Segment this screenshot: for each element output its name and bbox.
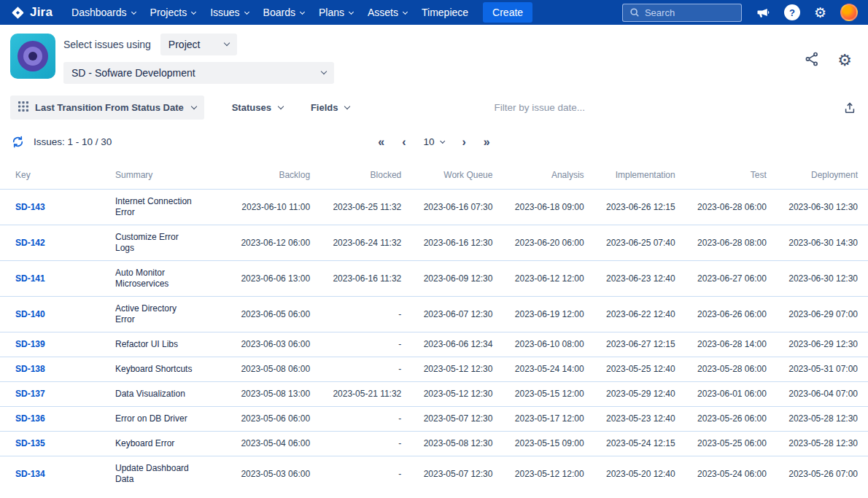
app-icon <box>10 34 55 79</box>
transition-date-cell: 2023-06-27 12:15 <box>584 332 675 357</box>
gear-icon[interactable]: ⚙ <box>814 6 826 20</box>
column-header-deployment[interactable]: Deployment <box>767 170 858 180</box>
nav-item-timepiece[interactable]: Timepiece <box>414 1 476 23</box>
issue-key-link[interactable]: SD-143 <box>15 202 45 212</box>
search-input[interactable] <box>645 7 732 18</box>
column-header-backlog[interactable]: Backlog <box>219 170 310 180</box>
project-select[interactable]: SD - Sofware Development <box>63 62 334 84</box>
refresh-icon[interactable] <box>12 136 24 148</box>
transition-date-cell: 2023-06-01 06:00 <box>675 382 767 406</box>
avatar[interactable] <box>840 4 858 21</box>
transition-date-cell: 2023-06-28 14:00 <box>675 332 767 357</box>
fields-dropdown[interactable]: Fields <box>311 102 350 113</box>
transition-date-cell: 2023-05-07 12:30 <box>401 462 492 486</box>
transition-date-cell: 2023-06-10 11:00 <box>219 195 310 219</box>
nav-item-boards[interactable]: Boards <box>256 1 311 23</box>
chevron-down-icon <box>403 9 408 14</box>
help-icon[interactable]: ? <box>784 4 800 20</box>
issue-key-link[interactable]: SD-136 <box>15 413 45 424</box>
table-row: SD-141Auto Monitor Microservices2023-06-… <box>0 260 868 296</box>
table-row: SD-143Internet Connection Error2023-06-1… <box>0 189 868 225</box>
column-header-test[interactable]: Test <box>675 170 767 180</box>
statuses-dropdown[interactable]: Statuses <box>232 102 283 113</box>
issue-key-link[interactable]: SD-139 <box>15 339 45 349</box>
last-page-button[interactable]: » <box>484 136 490 148</box>
nav-item-plans[interactable]: Plans <box>311 1 360 23</box>
settings-gear-icon[interactable]: ⚙ <box>837 52 852 69</box>
transition-date-cell: 2023-05-20 12:40 <box>584 462 675 486</box>
transition-date-cell: - <box>310 303 401 327</box>
transition-date-cell: 2023-06-10 08:00 <box>492 332 584 357</box>
transition-date-cell: 2023-06-25 07:40 <box>584 231 675 255</box>
column-header-summary[interactable]: Summary <box>115 170 219 180</box>
transition-date-cell: 2023-06-03 06:00 <box>219 332 310 357</box>
column-header-blocked[interactable]: Blocked <box>310 170 401 180</box>
nav-item-label: Projects <box>150 7 187 18</box>
nav-item-label: Dashboards <box>71 7 127 18</box>
transition-date-cell: 2023-06-20 06:00 <box>492 231 584 255</box>
transition-date-cell: 2023-05-12 12:00 <box>492 462 584 486</box>
issue-summary: Error on DB Driver <box>115 407 193 431</box>
announcement-icon[interactable] <box>756 5 770 20</box>
issue-key-link[interactable]: SD-140 <box>15 309 45 319</box>
table-row: SD-139Refactor UI Libs2023-06-03 06:00-2… <box>0 332 868 357</box>
column-header-analysis[interactable]: Analysis <box>492 170 584 180</box>
camera-icon <box>18 41 48 71</box>
select-issues-label: Select issues using <box>63 39 151 50</box>
issue-date-filter-input[interactable] <box>494 102 611 113</box>
nav-item-assets[interactable]: Assets <box>360 1 414 23</box>
transition-date-cell: 2023-05-21 11:32 <box>310 382 401 406</box>
next-page-button[interactable]: › <box>462 136 466 148</box>
transition-date-cell: 2023-06-30 12:30 <box>767 267 858 291</box>
transition-date-cell: 2023-05-28 12:30 <box>767 407 858 431</box>
transition-date-cell: 2023-06-28 08:00 <box>675 231 767 255</box>
transition-date-cell: - <box>310 332 401 357</box>
column-header-key[interactable]: Key <box>15 170 115 180</box>
nav-item-issues[interactable]: Issues <box>203 1 255 23</box>
issue-key-link[interactable]: SD-134 <box>15 469 45 479</box>
issue-key-link[interactable]: SD-138 <box>15 364 45 374</box>
transition-date-cell: 2023-05-23 12:40 <box>584 407 675 431</box>
create-button[interactable]: Create <box>483 2 532 23</box>
column-header-work-queue[interactable]: Work Queue <box>401 170 492 180</box>
transition-date-cell: 2023-05-26 07:00 <box>767 462 858 486</box>
gadget-header: Select issues using Project SD - Sofware… <box>0 25 868 88</box>
share-icon[interactable] <box>804 51 820 70</box>
chevron-down-icon <box>300 9 305 14</box>
chevron-down-icon <box>131 9 136 14</box>
transition-date-cell: 2023-05-24 06:00 <box>675 462 767 486</box>
issue-key-link[interactable]: SD-137 <box>15 389 45 399</box>
chevron-down-icon <box>321 69 327 74</box>
transition-date-cell: 2023-06-16 12:30 <box>401 231 492 255</box>
fields-label: Fields <box>311 102 338 113</box>
gadget-toolbar: Last Transition From Status Date Statuse… <box>0 88 868 130</box>
transition-date-cell: 2023-05-26 06:00 <box>675 407 767 431</box>
page-size-select[interactable]: 10 <box>423 136 444 147</box>
date-field-select[interactable]: Last Transition From Status Date <box>10 96 204 120</box>
transition-date-cell: 2023-05-08 13:00 <box>219 382 310 406</box>
transition-date-cell: - <box>310 407 401 431</box>
prev-page-button[interactable]: ‹ <box>402 136 406 148</box>
issue-key-link[interactable]: SD-135 <box>15 438 45 448</box>
nav-item-label: Plans <box>319 7 344 18</box>
issue-source-select[interactable]: Project <box>160 34 238 55</box>
nav-item-label: Boards <box>263 7 295 18</box>
transition-date-cell: 2023-06-26 06:00 <box>675 303 767 327</box>
chevron-down-icon <box>191 9 196 14</box>
chevron-down-icon <box>278 103 284 109</box>
transition-date-cell: 2023-05-31 07:00 <box>767 357 858 381</box>
column-header-implementation[interactable]: Implementation <box>584 170 675 180</box>
transition-date-cell: 2023-06-23 12:40 <box>584 267 675 291</box>
first-page-button[interactable]: « <box>378 136 384 148</box>
issue-key-link[interactable]: SD-141 <box>15 273 45 284</box>
transition-date-cell: 2023-05-15 09:00 <box>492 432 584 456</box>
jira-logo[interactable]: Jira <box>10 5 53 20</box>
issue-summary: Active Directory Error <box>115 297 193 332</box>
issue-summary: Customize Error Logs <box>115 225 193 260</box>
search-icon <box>629 7 640 17</box>
export-icon[interactable] <box>843 101 856 114</box>
nav-item-projects[interactable]: Projects <box>143 1 204 23</box>
nav-item-dashboards[interactable]: Dashboards <box>64 1 143 23</box>
issue-key-link[interactable]: SD-142 <box>15 238 45 248</box>
issue-source-controls: Select issues using Project SD - Sofware… <box>63 34 334 84</box>
